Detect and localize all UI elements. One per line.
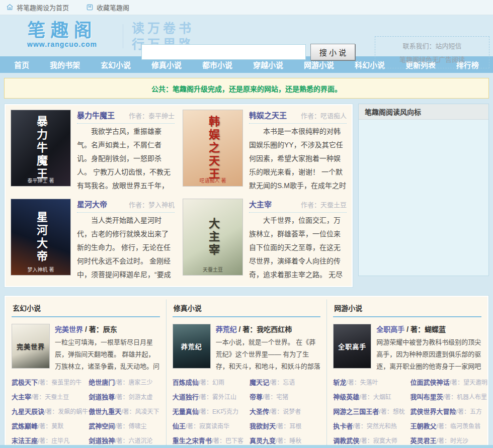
book-author: / 著：辰东 [83,325,117,333]
list-item[interactable]: 大圣传/著：说梦者 [250,404,320,419]
book-description: 网游荣耀中被誉为教科书级别的顶尖高手，因为种种原因遭到俱乐部的驱逐，离开职业圈的… [376,336,481,372]
search-input[interactable] [141,44,306,60]
site-logo[interactable]: 笔趣阁 www.rangcuo.com [8,21,116,48]
logo-text: 笔趣阁 [8,21,116,40]
book-description: 大千世界，位面交汇，万族林立，群雄荟萃，一位位来自下位面的天之至尊，在这无尽世界… [249,214,347,282]
section-featured-book: 全职高手 全职高手 / 著：蝴蝶蓝 网游荣耀中被誉为教科书级别的顶尖高手，因为种… [333,324,481,372]
list-item[interactable]: 网游之三国王者/著：想枕 [333,404,410,419]
topbar: 将笔趣阁设为首页 收藏笔趣阁 [0,0,493,15]
book-title-link[interactable]: 大主宰 [249,199,272,209]
set-homepage-label: 将笔趣阁设为首页 [17,3,69,12]
nav-item-dushi[interactable]: 都市小说 [202,59,232,70]
category-sections-panel: 玄幻小说 完美世界 完美世界 / 著：辰东 一粒尘可填海，一根草斩尽日月星辰，弹… [4,295,489,448]
cover-title: 全职高手 [338,341,366,351]
list-item[interactable]: 我叫布里茨/著：机器人布里 [410,390,481,404]
nav-item-bookshelf[interactable]: 我的书架 [50,59,80,70]
book-title-link[interactable]: 完美世界 [55,325,83,333]
list-item[interactable]: 九星天辰诀/著：发飙的蜗牛 [12,404,89,419]
list-item[interactable]: 大主宰/著：天蚕土豆 [12,390,89,404]
book-title-link[interactable]: 全职高手 [376,325,404,333]
section-title[interactable]: 玄幻小说 [12,302,160,317]
list-item[interactable]: 我欲封天/著：耳根 [250,419,320,433]
list-item[interactable]: 位面武侠神话/著：望天邀明 [410,375,481,390]
list-item[interactable]: 武神空间/著：傅啸尘 [89,419,159,433]
list-item[interactable]: 魔天记/著：忘语 [250,375,320,390]
main-row: 暴力牛魔王 泰平绅士 著 暴力牛魔王 作者：泰平绅士 我欲学古风，重振雄豪气。名… [4,104,489,288]
list-item[interactable]: 剑道独尊/著：剑游太虚 [89,390,159,404]
list-item[interactable]: 仙王/著：寂寞读南华 [173,419,250,433]
book-title-link[interactable]: 莽荒纪 [216,325,237,333]
notice-text: 公共：笔趣阁升级完成，还是原来的网站，还是熟悉的界面。 [151,83,342,94]
site-notice: 公共：笔趣阁升级完成，还是原来的网站，还是熟悉的界面。 [4,78,489,99]
home-icon [6,4,14,11]
featured-books-panel: 暴力牛魔王 泰平绅士 著 暴力牛魔王 作者：泰平绅士 我欲学古风，重振雄豪气。名… [4,104,353,288]
contact-line1: 联系我们：站内短信 [375,41,489,50]
section-featured-book: 完美世界 完美世界 / 著：辰东 一粒尘可填海，一根草斩尽日月星辰，弹指间天翻地… [12,324,160,372]
section-xuanhuan: 玄幻小说 完美世界 完美世界 / 著：辰东 一粒尘可填海，一根草斩尽日月星辰，弹… [6,300,166,446]
list-item[interactable]: 神级英雄/著：大烟缸 [333,390,410,404]
nav-item-home[interactable]: 首页 [14,59,29,70]
favorite-link[interactable]: 收藏笔趣阁 [86,3,129,12]
set-homepage-link[interactable]: 将笔趣阁设为首页 [6,3,69,12]
book-author: 作者：泰平绅士 [129,111,175,120]
list-item[interactable]: 武极天下/著：蚕茧里的牛 [12,375,89,390]
book-title-link[interactable]: 星河大帝 [77,199,107,209]
list-item[interactable]: 武炼巅峰/著：莫默 [12,419,89,433]
list-item[interactable]: 无量真仙/著：EK巧克力 [173,404,250,419]
book-description: 当人类开始踏入星河时代，古老的修行就焕发出来了新的生命力。 修行，无论在任何时代… [77,214,175,282]
book-cover[interactable]: 星河大帝 梦入神机 著 [11,199,71,276]
sidebar-title: 笔趣阁阅读风向标 [359,104,488,120]
cover-title: 暴力牛魔王 [33,116,49,181]
book-title-link[interactable]: 韩娱之天王 [249,110,287,120]
cover-subtitle: 泰平绅士 著 [11,176,70,184]
search-button[interactable]: 搜 小 说 [310,44,355,60]
contact-line2: 笔趣阁绿色无广告阅读 [375,54,489,64]
book-author: 作者：天蚕土豆 [301,200,347,209]
featured-book-4: 大主宰 天蚕土豆 大主宰 作者：天蚕土豆 大千世界，位面交汇，万族林立，群雄荟萃… [183,199,347,282]
cover-title: 大主宰 [205,218,221,257]
book-description: 我欲学古风，重振雄豪气。名声如粪土，不屑仁者讥。身配削铁剑，一怒即杀人。 宁教万… [77,125,175,193]
logo-divider [123,24,123,48]
list-item[interactable]: 武侠世界大冒险/著：五方 [410,404,481,419]
section-wangyou: 网游小说 全职高手 全职高手 / 著：蝴蝶蓝 网游荣耀中被誉为教科书级别的顶尖高… [326,300,487,446]
list-item[interactable]: 绝世唐门/著：唐家三少 [89,375,159,390]
list-item[interactable]: 斩龙/著：失落叶 [333,375,410,390]
book-cover[interactable]: 完美世界 [12,324,50,369]
list-item[interactable]: 大道独行/著：雾外江山 [173,390,250,404]
contact-box: 联系我们：站内短信 笔趣阁绿色无广告阅读 [375,36,489,68]
book-cover[interactable]: 全职高手 [333,324,371,369]
footer-strip [0,445,493,448]
list-item[interactable]: 傲世九重天/著：风凌天下 [89,404,159,419]
book-author: / 著：我吃西红柿 [237,325,292,333]
cover-title: 莽荒纪 [181,341,202,351]
cover-title: 韩娱之天王 [205,116,221,181]
book-author: 作者：呓语痴人 [301,111,347,120]
section-title[interactable]: 网游小说 [333,302,481,317]
book-title-link[interactable]: 暴力牛魔王 [77,110,115,120]
nav-item-xiuzhen[interactable]: 修真小说 [151,59,182,70]
nav-item-xuanhuan[interactable]: 玄幻小说 [101,59,131,70]
list-item[interactable]: 执卡者/著：突然光和热 [333,419,410,433]
featured-book-1: 暴力牛魔王 泰平绅士 著 暴力牛魔王 作者：泰平绅士 我欲学古风，重振雄豪气。名… [11,110,175,193]
list-item[interactable]: 百炼成仙/著：幻雨 [173,375,250,390]
section-featured-book: 莽荒纪 莽荒纪 / 著：我吃西红柿 一本小说，就是一个世界。 在《莽荒纪》这个世… [173,324,321,372]
book-cover[interactable]: 暴力牛魔王 泰平绅士 著 [11,110,71,187]
book-cover[interactable]: 韩娱之天王 呓语痴人 著 [183,110,243,187]
cover-subtitle: 呓语痴人 著 [183,176,242,184]
nav-item-chuanyue[interactable]: 穿越小说 [253,59,283,70]
cover-subtitle: 梦入神机 著 [11,265,70,273]
book-cover[interactable]: 大主宰 天蚕土豆 [183,199,243,276]
section-title[interactable]: 修真小说 [173,302,321,317]
book-cover[interactable]: 莽荒纪 [173,324,211,369]
cover-title: 完美世界 [17,341,45,351]
list-item[interactable]: 王朝教父/著：临河羡鱼翁 [410,419,481,433]
section-xiuzhen: 修真小说 莽荒纪 莽荒纪 / 著：我吃西红柿 一本小说，就是一个世界。 在《莽荒… [166,300,327,446]
featured-book-2: 韩娱之天王 呓语痴人 著 韩娱之天王 作者：呓语痴人 本书是一本很纯粹的对韩国娱… [183,110,347,193]
list-item[interactable]: 帝尊/著：宅猪 [250,390,320,404]
book-list: 百炼成仙/著：幻雨 魔天记/著：忘语 大道独行/著：雾外江山 帝尊/著：宅猪 无… [173,375,321,448]
book-author: 作者：梦入神机 [129,200,175,209]
reading-trend-panel: 笔趣阁阅读风向标 [358,104,489,276]
nav-item-wangyou[interactable]: 网游小说 [304,59,334,70]
cover-title: 星河大帝 [33,211,49,263]
cover-subtitle: 天蚕土豆 [183,265,242,273]
